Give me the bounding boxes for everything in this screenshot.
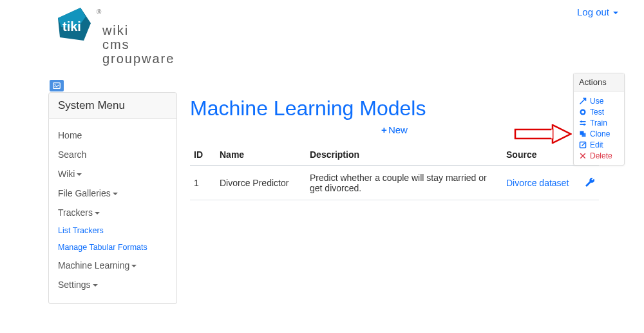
- action-clone[interactable]: Clone: [579, 128, 619, 139]
- action-label: Test: [590, 108, 604, 117]
- row-actions-button[interactable]: [585, 179, 595, 189]
- action-label: Clone: [590, 129, 610, 138]
- annotation-arrow: [514, 124, 572, 146]
- actions-popup-header: Actions: [574, 73, 624, 91]
- chevron-down-icon: [113, 193, 118, 195]
- svg-text:tiki: tiki: [62, 19, 81, 33]
- models-table: ID Name Description Source 1 Divorce Pre…: [190, 144, 599, 200]
- svg-rect-3: [53, 83, 61, 89]
- logout-link[interactable]: Log out: [577, 6, 618, 17]
- sidebar-item-label: Home: [58, 130, 82, 140]
- action-edit[interactable]: Edit: [579, 139, 619, 150]
- new-model-link[interactable]: +New: [381, 124, 408, 135]
- plus-icon: +: [381, 124, 387, 135]
- sidebar-subitem-manage-tabular-formats[interactable]: Manage Tabular Formats: [49, 239, 176, 256]
- svg-marker-13: [553, 125, 571, 143]
- sidebar-item-settings[interactable]: Settings: [49, 275, 176, 294]
- sidebar-item-label: Search: [58, 149, 86, 160]
- action-train[interactable]: Train: [579, 117, 619, 128]
- svg-rect-10: [582, 133, 586, 137]
- quick-admin-icon[interactable]: [50, 80, 64, 91]
- sliders-icon: [579, 119, 587, 127]
- sidebar-item-machine-learning[interactable]: Machine Learning: [49, 256, 176, 275]
- sidebar-item-search[interactable]: Search: [49, 145, 176, 164]
- cell-id: 1: [190, 166, 216, 200]
- table-row: 1 Divorce Predictor Predict whether a co…: [190, 166, 599, 200]
- col-source-header: Source: [502, 144, 580, 166]
- svg-marker-14: [551, 129, 553, 138]
- cell-source: Divorce dataset: [502, 166, 580, 200]
- sidebar-item-label: Machine Learning: [58, 260, 129, 271]
- action-test[interactable]: Test: [579, 106, 619, 117]
- tiki-logo-icon: tiki: [48, 5, 97, 50]
- page-title: Machine Learning Models: [190, 97, 599, 120]
- sidebar-item-home[interactable]: Home: [49, 126, 176, 145]
- action-use[interactable]: Use: [579, 95, 619, 106]
- system-menu-header: System Menu: [48, 92, 177, 119]
- svg-point-4: [55, 84, 56, 85]
- sidebar-item-label: Manage Tabular Formats: [58, 243, 147, 252]
- wrench-icon: [585, 177, 595, 187]
- new-link-label: New: [388, 124, 408, 135]
- svg-point-7: [580, 120, 582, 122]
- action-label: Delete: [590, 151, 612, 160]
- app-logo: tiki ® wiki cms groupware: [48, 5, 175, 66]
- system-menu-body: Home Search Wiki File Galleries Trackers…: [48, 119, 177, 304]
- sidebar-item-label: List Trackers: [58, 226, 104, 235]
- share-icon: [579, 97, 587, 105]
- sidebar-item-file-galleries[interactable]: File Galleries: [49, 184, 176, 203]
- source-link[interactable]: Divorce dataset: [506, 178, 569, 188]
- copy-icon: [579, 130, 587, 138]
- chevron-down-icon: [95, 212, 100, 214]
- actions-popup: Actions Use Test Train Clone Edit Delete: [573, 73, 625, 166]
- action-label: Train: [590, 119, 607, 128]
- logo-text-line1: wiki: [102, 23, 175, 37]
- action-delete[interactable]: Delete: [579, 150, 619, 161]
- edit-icon: [579, 141, 587, 149]
- chevron-down-icon: [131, 265, 137, 267]
- sidebar-item-label: Wiki: [58, 169, 75, 179]
- cell-name: Divorce Predictor: [216, 166, 306, 200]
- logo-text-line2: cms: [102, 37, 175, 52]
- chevron-down-icon: [93, 284, 98, 287]
- cell-description: Predict whether a couple will stay marri…: [306, 166, 502, 200]
- action-label: Use: [590, 97, 603, 106]
- svg-point-8: [583, 123, 585, 125]
- chevron-down-icon: [77, 173, 82, 176]
- logo-text-line3: groupware: [102, 52, 175, 66]
- gauge-icon: [579, 108, 587, 116]
- x-icon: [579, 152, 587, 160]
- col-name-header: Name: [216, 144, 306, 166]
- sidebar-item-trackers[interactable]: Trackers: [49, 203, 176, 222]
- sidebar-item-wiki[interactable]: Wiki: [49, 164, 176, 184]
- col-description-header: Description: [306, 144, 502, 166]
- sidebar-item-label: Settings: [58, 280, 91, 290]
- sidebar-item-label: File Galleries: [58, 188, 111, 198]
- action-label: Edit: [590, 140, 603, 149]
- svg-point-6: [582, 110, 585, 113]
- sidebar-subitem-list-trackers[interactable]: List Trackers: [49, 222, 176, 239]
- col-id-header: ID: [190, 144, 216, 166]
- svg-rect-12: [515, 129, 553, 138]
- sidebar-item-label: Trackers: [58, 207, 93, 218]
